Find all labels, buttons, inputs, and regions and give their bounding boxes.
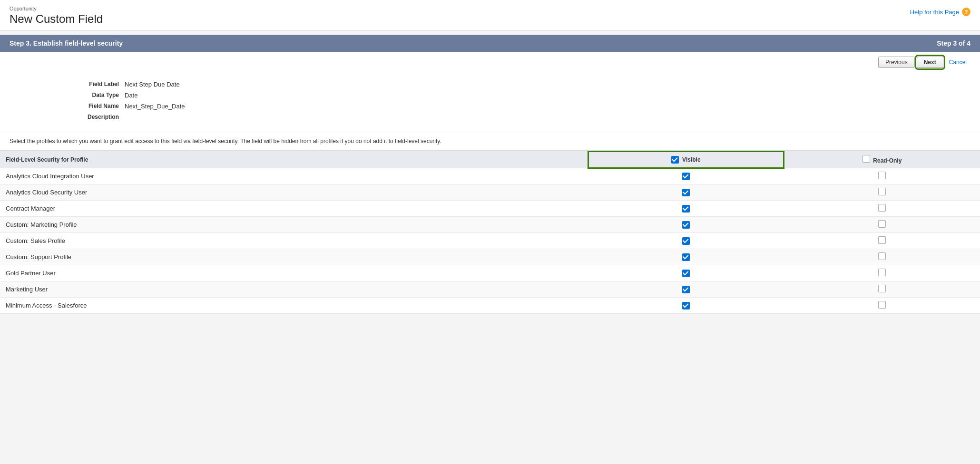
visible-cell[interactable]	[588, 281, 784, 298]
visible-cell[interactable]	[588, 298, 784, 314]
main-content: Previous Next Cancel Field Label Next St…	[0, 52, 980, 314]
page-title-area: Opportunity New Custom Field	[10, 6, 103, 26]
profile-name: Custom: Marketing Profile	[0, 217, 588, 233]
description-row: Description	[67, 114, 961, 120]
readonly-checkbox[interactable]	[878, 188, 886, 195]
data-type-key: Data Type	[67, 92, 119, 98]
field-label-key: Field Label	[67, 81, 119, 87]
readonly-checkbox[interactable]	[878, 204, 886, 212]
visible-cell[interactable]	[588, 265, 784, 281]
visible-checkbox[interactable]	[682, 221, 690, 229]
profile-name: Analytics Cloud Integration User	[0, 168, 588, 184]
table-row: Custom: Sales Profile	[0, 233, 980, 249]
step-indicator: Step 3 of 4	[937, 39, 970, 47]
table-row: Analytics Cloud Security User	[0, 184, 980, 201]
profile-name: Contract Manager	[0, 201, 588, 217]
visible-checkbox[interactable]	[682, 253, 690, 261]
button-row: Previous Next Cancel	[0, 52, 980, 73]
visible-cell[interactable]	[588, 217, 784, 233]
readonly-checkbox[interactable]	[878, 236, 886, 244]
readonly-checkbox[interactable]	[878, 301, 886, 309]
profile-name: Marketing User	[0, 281, 588, 298]
visible-cell[interactable]	[588, 168, 784, 184]
profile-name: Custom: Sales Profile	[0, 233, 588, 249]
table-row: Analytics Cloud Integration User	[0, 168, 980, 184]
profile-name: Gold Partner User	[0, 265, 588, 281]
readonly-checkbox[interactable]	[878, 269, 886, 276]
field-label-value: Next Step Due Date	[125, 81, 180, 88]
help-link[interactable]: Help for this Page	[910, 9, 959, 16]
page-header: Opportunity New Custom Field Help for th…	[0, 0, 980, 31]
next-button[interactable]: Next	[917, 57, 943, 68]
instruction-text: Select the profiles to which you want to…	[0, 132, 980, 151]
page-subtitle: Opportunity	[10, 6, 103, 11]
step-label: Step 3. Establish field-level security	[10, 39, 123, 47]
readonly-cell[interactable]	[784, 217, 980, 233]
table-row: Contract Manager	[0, 201, 980, 217]
visible-cell[interactable]	[588, 184, 784, 201]
help-area: Help for this Page ?	[910, 6, 970, 16]
visible-all-checkbox[interactable]	[671, 156, 679, 164]
table-row: Custom: Support Profile	[0, 249, 980, 265]
table-wrapper: Field-Level Security for Profile Visible…	[0, 151, 980, 314]
readonly-cell[interactable]	[784, 265, 980, 281]
field-name-value: Next_Step_Due_Date	[125, 103, 185, 110]
readonly-cell[interactable]	[784, 281, 980, 298]
field-name-key: Field Name	[67, 103, 119, 109]
field-label-row: Field Label Next Step Due Date	[67, 81, 961, 88]
security-table: Field-Level Security for Profile Visible…	[0, 151, 980, 314]
table-row: Custom: Marketing Profile	[0, 217, 980, 233]
profile-name: Custom: Support Profile	[0, 249, 588, 265]
visible-checkbox[interactable]	[682, 302, 690, 309]
field-name-row: Field Name Next_Step_Due_Date	[67, 103, 961, 110]
page-title: New Custom Field	[10, 12, 103, 26]
visible-checkbox[interactable]	[682, 237, 690, 245]
visible-checkbox[interactable]	[682, 205, 690, 213]
visible-checkbox[interactable]	[682, 270, 690, 277]
readonly-checkbox[interactable]	[878, 252, 886, 260]
cancel-button[interactable]: Cancel	[945, 57, 970, 68]
readonly-checkbox[interactable]	[878, 172, 886, 179]
visible-cell[interactable]	[588, 201, 784, 217]
data-type-row: Data Type Date	[67, 92, 961, 99]
description-key: Description	[67, 114, 119, 120]
help-icon[interactable]: ?	[962, 8, 970, 16]
readonly-all-checkbox[interactable]	[862, 155, 870, 163]
data-type-value: Date	[125, 92, 137, 99]
readonly-cell[interactable]	[784, 249, 980, 265]
readonly-cell[interactable]	[784, 298, 980, 314]
visible-checkbox[interactable]	[682, 286, 690, 293]
readonly-cell[interactable]	[784, 168, 980, 184]
readonly-cell[interactable]	[784, 201, 980, 217]
table-row: Minimum Access - Salesforce	[0, 298, 980, 314]
readonly-checkbox[interactable]	[878, 220, 886, 228]
readonly-cell[interactable]	[784, 233, 980, 249]
readonly-checkbox[interactable]	[878, 285, 886, 292]
previous-button[interactable]: Previous	[878, 57, 915, 68]
table-row: Gold Partner User	[0, 265, 980, 281]
field-info-section: Field Label Next Step Due Date Data Type…	[0, 73, 980, 132]
visible-checkbox[interactable]	[682, 189, 690, 196]
visible-cell[interactable]	[588, 249, 784, 265]
col-header-readonly: Read-Only	[784, 151, 980, 168]
col-header-profile: Field-Level Security for Profile	[0, 151, 588, 168]
table-row: Marketing User	[0, 281, 980, 298]
profile-name: Analytics Cloud Security User	[0, 184, 588, 201]
profile-name: Minimum Access - Salesforce	[0, 298, 588, 314]
col-header-visible[interactable]: Visible	[588, 151, 784, 168]
readonly-cell[interactable]	[784, 184, 980, 201]
step-bar: Step 3. Establish field-level security S…	[0, 35, 980, 52]
visible-cell[interactable]	[588, 233, 784, 249]
visible-checkbox[interactable]	[682, 173, 690, 180]
